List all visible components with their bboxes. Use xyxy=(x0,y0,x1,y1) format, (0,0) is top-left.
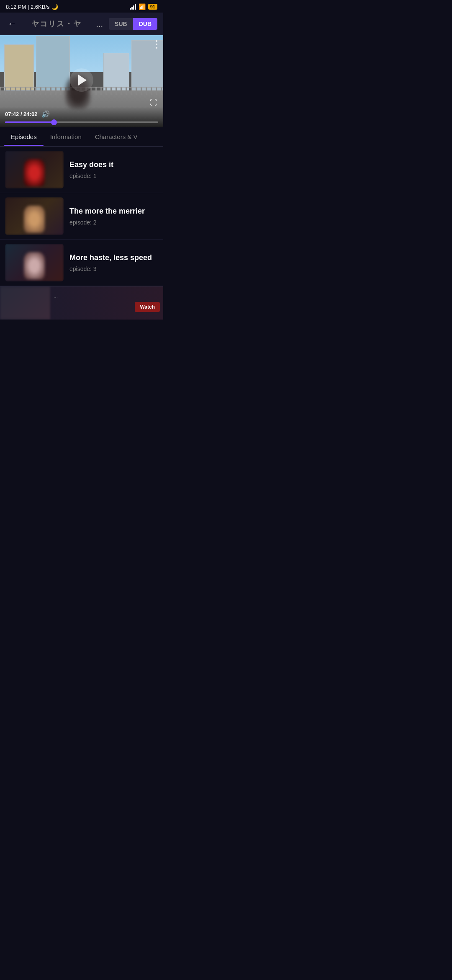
moon-icon: 🌙 xyxy=(51,4,58,10)
episode-thumbnail-3 xyxy=(5,244,64,281)
progress-fill xyxy=(5,121,54,123)
thumb-character-1 xyxy=(24,159,45,186)
tab-episodes[interactable]: Episodes xyxy=(4,127,44,146)
play-button[interactable] xyxy=(70,68,93,92)
top-nav: ← ヤコリス・ヤ ... SUB DUB xyxy=(0,13,163,35)
video-more-options[interactable] xyxy=(156,40,157,49)
status-bar: 8:12 PM | 2.6KB/s 🌙 📶 91 xyxy=(0,0,163,13)
back-button[interactable]: ← xyxy=(6,17,18,31)
table-row[interactable]: Easy does it episode: 1 xyxy=(0,147,163,193)
progress-thumb xyxy=(51,119,57,125)
building-4 xyxy=(131,40,163,90)
episode-info-1: Easy does it episode: 1 xyxy=(69,160,158,179)
video-controls: 07:42 / 24:02 🔊 xyxy=(0,107,163,127)
tabs: Episodes Information Characters & V xyxy=(0,127,163,147)
play-triangle-icon xyxy=(78,75,87,85)
status-time: 8:12 PM | 2.6KB/s xyxy=(6,4,50,10)
battery-badge: 91 xyxy=(148,4,157,10)
current-time: 07:42 / 24:02 xyxy=(5,111,37,117)
building-1 xyxy=(4,44,34,90)
tab-information[interactable]: Information xyxy=(44,127,88,146)
banner-text-area: ··· Watch xyxy=(50,291,163,316)
dub-button[interactable]: DUB xyxy=(133,18,157,30)
more-options-button[interactable]: ... xyxy=(94,18,105,31)
wifi-icon: 📶 xyxy=(139,3,146,10)
table-row[interactable]: More haste, less speed episode: 3 xyxy=(0,240,163,286)
status-left: 8:12 PM | 2.6KB/s 🌙 xyxy=(6,4,58,10)
episode-title-3: More haste, less speed xyxy=(69,253,158,263)
progress-bar[interactable] xyxy=(5,121,158,123)
banner-title: ··· xyxy=(54,294,160,301)
episode-thumbnail-2 xyxy=(5,197,64,235)
signal-bars xyxy=(130,4,136,10)
thumb-character-2 xyxy=(24,206,45,233)
bottom-banner: ··· Watch xyxy=(0,286,163,320)
status-right: 📶 91 xyxy=(130,3,157,10)
episode-info-3: More haste, less speed episode: 3 xyxy=(69,253,158,272)
banner-watch-button[interactable]: Watch xyxy=(135,302,160,312)
banner-thumbnail xyxy=(0,286,50,320)
episodes-list: Easy does it episode: 1 The more the mer… xyxy=(0,147,163,286)
episode-number-3: episode: 3 xyxy=(69,266,158,272)
table-row[interactable]: The more the merrier episode: 2 xyxy=(0,193,163,240)
thumb-character-3 xyxy=(24,252,45,279)
video-player: ⛶ 07:42 / 24:02 🔊 xyxy=(0,35,163,127)
fullscreen-button[interactable]: ⛶ xyxy=(150,98,157,107)
building-3 xyxy=(103,53,129,90)
episode-number-2: episode: 2 xyxy=(69,219,158,226)
page-title: ヤコリス・ヤ xyxy=(23,19,90,29)
episode-number-1: episode: 1 xyxy=(69,173,158,179)
episode-thumbnail-1 xyxy=(5,151,64,188)
volume-icon[interactable]: 🔊 xyxy=(41,110,50,118)
sub-button[interactable]: SUB xyxy=(109,18,133,30)
episode-info-2: The more the merrier episode: 2 xyxy=(69,206,158,225)
building-2 xyxy=(36,36,69,90)
episode-title-1: Easy does it xyxy=(69,160,158,170)
sub-dub-toggle: SUB DUB xyxy=(109,18,157,30)
time-volume-row: 07:42 / 24:02 🔊 xyxy=(5,110,158,118)
episode-title-2: The more the merrier xyxy=(69,206,158,216)
tab-characters[interactable]: Characters & V xyxy=(88,127,144,146)
